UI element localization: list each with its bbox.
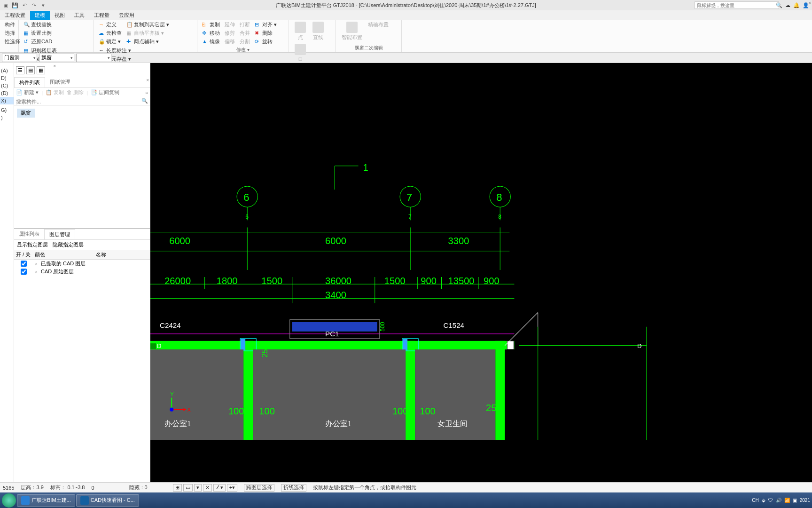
panel-view-icon[interactable]: ▤ <box>26 66 35 74</box>
more-icon[interactable]: » <box>145 90 148 95</box>
qat-icon[interactable]: ▾ <box>39 1 47 9</box>
ribbon: 构件 选择 性选择 🔍查找替换 ▦设置比例 ↺还原CAD ▤识别楼层表 ⚙CAD… <box>0 20 812 53</box>
ribbon-two-point-axis[interactable]: ✚两点辅轴 ▾ <box>125 38 171 46</box>
panel-view-icon[interactable]: ☰ <box>16 66 24 74</box>
floor-copy-button[interactable]: 📑 层间复制 <box>91 89 119 96</box>
panel-close-icon[interactable]: × <box>53 64 56 69</box>
menu-project-settings[interactable]: 工程设置 <box>0 11 30 20</box>
ribbon-prop-select[interactable]: 性选择 <box>3 38 16 46</box>
tab-layers[interactable]: 图层管理 <box>44 229 75 239</box>
layer-row[interactable]: ▹ 已提取的 CAD 图层 <box>14 260 150 268</box>
nav-item[interactable]: (A) <box>0 67 14 74</box>
ribbon-mirror[interactable]: ▲镜像 <box>200 38 222 46</box>
tree-node[interactable]: 飘窗 <box>17 109 35 118</box>
start-button[interactable] <box>2 493 16 508</box>
expand-icon[interactable]: ▹ <box>31 269 41 275</box>
ribbon-split: 分割 <box>238 38 252 46</box>
ribbon-restore-cad[interactable]: ↺还原CAD <box>22 38 54 46</box>
expand-icon[interactable]: ▹ <box>31 261 41 267</box>
title-right-icons: 🔍 ☁ 🔔 👤 <box>776 2 809 8</box>
svg-text:6: 6 <box>243 191 249 203</box>
status-tool-icon[interactable]: ▭ <box>183 484 193 492</box>
menu-tools[interactable]: 工具 <box>70 11 89 20</box>
status-tool-icon[interactable]: ∠▾ <box>213 484 226 492</box>
menu-view[interactable]: 视图 <box>50 11 70 20</box>
tray-icon[interactable]: 📶 <box>784 498 790 503</box>
taskbar-app[interactable]: CAD快速看图 - C... <box>76 494 139 507</box>
search-icon[interactable]: 🔍 <box>141 98 148 104</box>
tray-icon[interactable]: 🔊 <box>776 498 781 503</box>
tray-icon[interactable]: ▣ <box>793 498 797 503</box>
hide-layer-button[interactable]: 隐藏指定图层 <box>53 241 84 248</box>
svg-text:100: 100 <box>259 406 275 416</box>
layer-row[interactable]: ▹ CAD 原始图层 <box>14 268 150 276</box>
menu-cloud[interactable]: 云应用 <box>114 11 139 20</box>
svg-text:6: 6 <box>245 214 249 220</box>
drawing-canvas[interactable]: 1 6 6 7 7 8 8 6000 6000 3300 <box>150 63 812 486</box>
qat-icon[interactable]: ▣ <box>2 1 9 9</box>
status-tool-icon[interactable]: ✕ <box>203 484 212 492</box>
ribbon-define[interactable]: →定义 <box>97 21 124 29</box>
new-button[interactable]: 📄 新建 ▾ <box>16 89 39 96</box>
tray-icon[interactable]: 🛡 <box>768 498 773 503</box>
ribbon-move[interactable]: ✥移动 <box>200 29 222 37</box>
ribbon-copy-floor[interactable]: 📋复制到其它层 ▾ <box>125 21 171 29</box>
taskbar-app[interactable]: 广联达BIM土建... <box>17 494 75 507</box>
qat-redo-icon[interactable]: ↷ <box>30 1 38 9</box>
ribbon-delete[interactable]: ✖删除 <box>253 29 279 37</box>
tab-component-list[interactable]: 构件列表 <box>14 77 45 87</box>
menu-modeling[interactable]: 建模 <box>30 11 50 20</box>
status-zero: 0 <box>91 485 94 491</box>
status-tool-icon[interactable]: ⊞ <box>173 484 182 492</box>
system-tray[interactable]: CH ⬙ 🛡 🔊 📶 ▣ 2021 <box>752 498 810 503</box>
panel-view-icon[interactable]: ▦ <box>37 66 45 74</box>
nav-item[interactable]: D) <box>0 74 14 82</box>
nav-item[interactable]: (D) <box>0 89 14 97</box>
polyline-select-button[interactable]: 折线选择 <box>281 484 306 492</box>
nav-item[interactable]: ) <box>0 114 14 121</box>
search-icon[interactable]: 🔍 <box>776 2 782 8</box>
component-tree[interactable]: 飘窗 <box>14 106 150 228</box>
status-tool-icon[interactable]: +▾ <box>227 484 237 492</box>
tab-properties[interactable]: 属性列表 <box>14 229 44 239</box>
ribbon-group-label[interactable]: 修改 ▾ <box>200 46 286 53</box>
ribbon-select[interactable]: 选择 <box>3 29 16 37</box>
tab-drawing-manage[interactable]: 图纸管理 <box>45 77 75 87</box>
nav-item[interactable]: G) <box>0 106 14 114</box>
ribbon-find-replace[interactable]: 🔍查找替换 <box>22 21 54 29</box>
ribbon-rotate[interactable]: ⟳旋转 <box>253 38 279 46</box>
ribbon-align[interactable]: ⊟对齐 ▾ <box>253 21 279 29</box>
status-hidden: 隐藏：0 <box>129 484 148 491</box>
qat-save-icon[interactable]: 💾 <box>11 1 19 9</box>
svg-text:6: 6 <box>247 429 250 434</box>
layer-checkbox[interactable] <box>21 269 27 275</box>
help-search-input[interactable] <box>695 1 779 9</box>
ribbon-line: 直线 <box>310 21 327 42</box>
ribbon-copy[interactable]: ⎘复制 <box>200 21 222 29</box>
svg-text:900: 900 <box>421 276 437 286</box>
ribbon-lock[interactable]: 🔒锁定 ▾ <box>97 38 124 46</box>
cloud-icon[interactable]: ☁ <box>785 2 790 8</box>
ribbon-cloud-check[interactable]: ☁云检查 <box>97 29 124 37</box>
show-layer-button[interactable]: 显示指定图层 <box>17 241 48 248</box>
panel-close-icon[interactable]: × <box>808 0 811 6</box>
ribbon-component[interactable]: 构件 <box>3 21 16 29</box>
tray-icon[interactable]: ⬙ <box>762 498 765 503</box>
type-selector[interactable]: 飘窗 <box>39 54 74 62</box>
instance-selector[interactable] <box>76 54 111 62</box>
nav-item[interactable]: (C) <box>0 82 14 89</box>
nav-item[interactable]: X) <box>0 97 14 104</box>
ribbon-precise-layout: 精确布置 <box>366 21 390 29</box>
ribbon-group-label <box>3 50 16 51</box>
layer-checkbox[interactable] <box>21 261 27 267</box>
bell-icon[interactable]: 🔔 <box>793 2 800 8</box>
component-panel: × 构件列表 图纸管理 📄 新建 ▾ | 📋 复制 🗑 删除 | 📑 层间复制 … <box>14 77 150 486</box>
cross-layer-button[interactable]: 跨图层选择 <box>244 484 274 492</box>
ribbon-set-scale[interactable]: ▦设置比例 <box>22 29 54 37</box>
panel-close-icon[interactable]: × <box>146 78 149 83</box>
menu-quantity[interactable]: 工程量 <box>89 11 114 20</box>
status-tool-icon[interactable]: ▾ <box>194 484 202 492</box>
category-selector[interactable]: 门窗洞 <box>2 54 37 62</box>
qat-undo-icon[interactable]: ↶ <box>21 1 28 9</box>
component-search-input[interactable] <box>14 98 150 106</box>
